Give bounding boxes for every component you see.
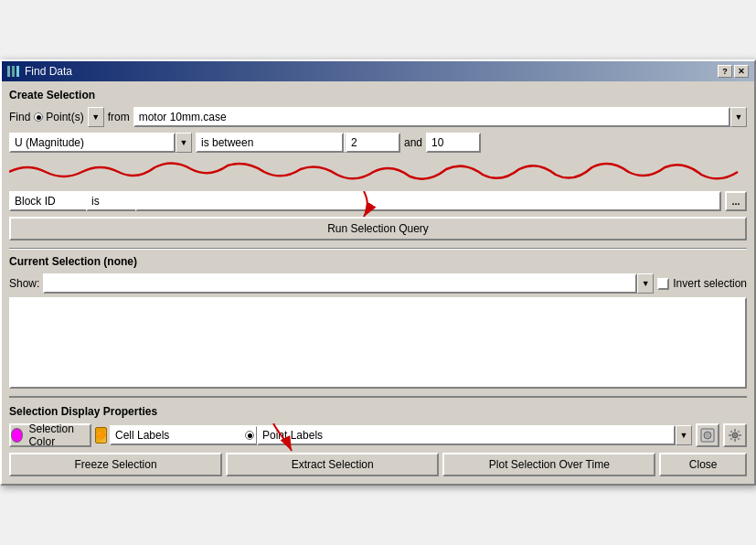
current-selection-label: Current Selection (none) (9, 255, 747, 268)
title-bar-left: Find Data (7, 65, 72, 78)
ellipsis-button[interactable]: ... (725, 191, 747, 211)
color-swatch (11, 428, 23, 443)
selection-color-label: Selection Color (28, 422, 90, 448)
icon-btn-2[interactable] (723, 423, 747, 447)
svg-point-2 (704, 432, 711, 439)
invert-checkbox[interactable] (657, 278, 669, 290)
condition-input[interactable] (196, 133, 344, 153)
source-input[interactable] (133, 107, 730, 127)
show-input[interactable] (43, 273, 637, 294)
freeze-label: Freeze Selection (75, 458, 157, 471)
svg-rect-10 (730, 438, 733, 441)
run-selection-button[interactable]: Run Selection Query (9, 217, 747, 240)
point-radio-btn[interactable] (34, 112, 43, 122)
gear-icon (728, 428, 742, 443)
condition-row: ▼ ▼ and (9, 133, 747, 153)
wave-decoration (9, 158, 747, 186)
source-combo: ▼ (133, 107, 747, 127)
point-labels-combo: ▼ (245, 425, 692, 445)
svg-rect-8 (730, 431, 733, 433)
title-bar-buttons: ? ✕ (718, 65, 749, 78)
invert-label: Invert selection (673, 277, 747, 290)
field-dropdown-arrow[interactable]: ▼ (176, 133, 192, 153)
filter-value-input[interactable] (135, 191, 721, 211)
close-label: Close (689, 458, 718, 471)
field-combo: ▼ (9, 133, 192, 153)
close-button[interactable]: ✕ (734, 65, 749, 78)
create-selection-label: Create Selection (9, 89, 747, 102)
cell-labels-icon: 🔶 (95, 427, 107, 443)
show-arrow[interactable]: ▼ (637, 273, 654, 294)
find-data-dialog: Find Data ? ✕ Create Selection Find Poin… (0, 59, 756, 486)
is-combo: ▼ (86, 191, 132, 211)
svg-point-3 (732, 433, 738, 438)
dialog-icon (7, 66, 19, 77)
svg-rect-6 (729, 434, 731, 436)
selection-listbox[interactable] (9, 297, 747, 389)
plot-label: Plot Selection Over Time (489, 458, 610, 471)
run-btn-container: Run Selection Query (9, 217, 747, 240)
bottom-btns-container: Freeze Selection Extract Selection Plot … (9, 453, 747, 476)
icon-btn-1[interactable] (696, 423, 719, 447)
display-props-row: Selection Color 🔶 ▼ ▼ (9, 423, 747, 447)
find-row: Find Point(s) ▼ from ▼ (9, 107, 747, 127)
show-label: Show: (9, 277, 39, 290)
freeze-selection-button[interactable]: Freeze Selection (9, 453, 222, 476)
point-radio-group: Point(s) (34, 111, 83, 123)
cell-labels-input[interactable] (110, 425, 258, 445)
points-label: Point(s) (46, 111, 83, 123)
close-dialog-button[interactable]: Close (659, 453, 747, 476)
cell-labels-combo: 🔶 ▼ (95, 425, 241, 445)
run-btn-label: Run Selection Query (327, 222, 429, 235)
render-icon (700, 428, 715, 443)
block-id-row: ▼ ▼ ... (9, 191, 747, 211)
from-label: from (108, 111, 130, 123)
show-combo: ▼ (43, 273, 654, 294)
divider1 (9, 248, 747, 250)
bottom-buttons-row: Freeze Selection Extract Selection Plot … (9, 453, 747, 476)
wave-svg (9, 158, 747, 186)
extract-selection-button[interactable]: Extract Selection (226, 453, 439, 476)
svg-rect-11 (738, 438, 740, 441)
condition-combo: ▼ (196, 133, 342, 153)
svg-rect-5 (734, 439, 736, 442)
plot-selection-button[interactable]: Plot Selection Over Time (442, 453, 655, 476)
svg-rect-9 (738, 431, 740, 433)
selection-color-button[interactable]: Selection Color (9, 423, 91, 447)
points-dropdown-arrow[interactable]: ▼ (88, 107, 104, 127)
dialog-content: Create Selection Find Point(s) ▼ from ▼ … (2, 81, 754, 484)
svg-rect-4 (734, 429, 736, 432)
svg-rect-7 (739, 434, 741, 436)
bottom-section: Selection Display Properties Selection C… (9, 396, 747, 476)
point-labels-input[interactable] (257, 425, 676, 445)
value1-input[interactable] (346, 133, 400, 153)
and-label: and (404, 136, 422, 149)
invert-checkbox-row: Invert selection (657, 277, 747, 290)
point-labels-radio (245, 431, 254, 440)
value2-input[interactable] (426, 133, 481, 153)
find-label: Find (9, 111, 30, 123)
dialog-title: Find Data (25, 65, 72, 78)
display-props-label: Selection Display Properties (9, 405, 747, 418)
block-id-combo: ▼ (9, 191, 82, 211)
show-row: Show: ▼ Invert selection (9, 273, 747, 294)
title-bar: Find Data ? ✕ (2, 61, 754, 81)
source-dropdown-arrow[interactable]: ▼ (730, 107, 747, 127)
point-labels-arrow[interactable]: ▼ (676, 425, 692, 445)
field-input[interactable] (9, 133, 176, 153)
extract-label: Extract Selection (292, 458, 374, 471)
help-button[interactable]: ? (718, 65, 732, 78)
